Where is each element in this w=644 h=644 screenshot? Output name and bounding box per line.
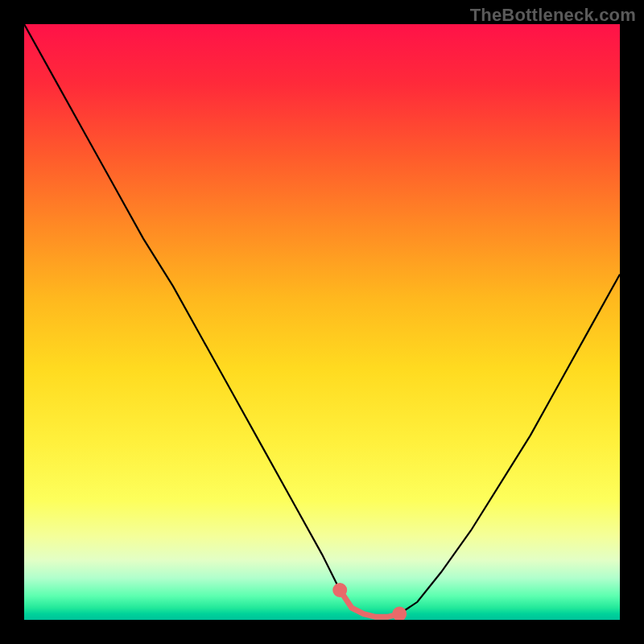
curve-layer <box>24 24 620 620</box>
plot-area <box>24 24 620 620</box>
highlight-path <box>340 590 399 617</box>
watermark-text: TheBottleneck.com <box>470 5 636 26</box>
highlight-endpoint <box>336 586 345 595</box>
highlight-segment <box>336 586 404 619</box>
bottleneck-curve <box>24 24 620 617</box>
chart-frame: TheBottleneck.com <box>0 0 644 644</box>
highlight-endpoint <box>395 609 404 618</box>
